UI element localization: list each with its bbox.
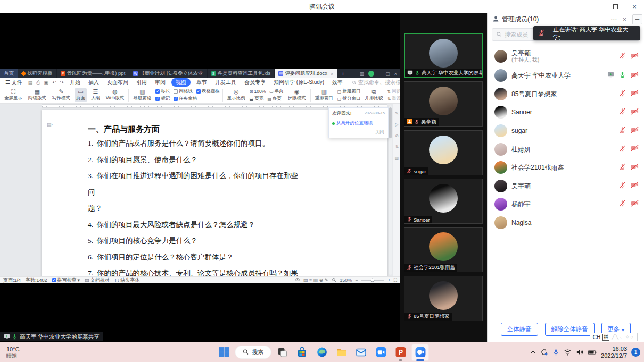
- mic-muted-icon[interactable]: [619, 89, 626, 99]
- camera-off-icon[interactable]: [631, 89, 639, 99]
- zoom-slider[interactable]: [361, 280, 384, 281]
- camera-off-icon[interactable]: [631, 52, 639, 62]
- checkbox-4[interactable]: ✓标记: [155, 96, 170, 102]
- menu-4[interactable]: 引用: [134, 79, 149, 86]
- wps-tab-3[interactable]: P景以匠为贵——..申报) ppt: [57, 69, 130, 78]
- menu-3[interactable]: 页面布局: [105, 79, 130, 86]
- sync-update-icon[interactable]: [540, 348, 548, 356]
- scrollbar-thumb[interactable]: [389, 107, 392, 138]
- new-window-button[interactable]: ▢新建窗口: [337, 88, 361, 95]
- camera-off-icon[interactable]: [631, 107, 639, 117]
- mail-taskbar-icon[interactable]: [353, 344, 370, 361]
- tab-close-icon[interactable]: ×: [331, 71, 333, 77]
- volume-icon[interactable]: [576, 348, 584, 356]
- ime-pinyin-icon[interactable]: 拼: [602, 334, 609, 341]
- word-count[interactable]: 字数:1402: [26, 277, 47, 284]
- camera-off-icon[interactable]: [631, 144, 639, 154]
- tencent-meeting-taskbar-icon[interactable]: [412, 344, 429, 361]
- side-by-side-button[interactable]: ⧉并排比较: [363, 88, 384, 102]
- member-row[interactable]: 杜婧妍: [488, 140, 644, 158]
- menu-6[interactable]: 视图: [171, 78, 191, 87]
- menu-1[interactable]: 开始: [68, 79, 82, 86]
- view-mode-6[interactable]: ◍Web版式: [104, 88, 126, 102]
- missing-fonts[interactable]: T↓缺失字体: [114, 277, 140, 284]
- zoom-icon[interactable]: [332, 277, 336, 283]
- weather-widget[interactable]: 10°C 晴朗: [6, 346, 20, 359]
- command-search[interactable]: 查找命令、搜索模板: [352, 79, 406, 86]
- print-icon[interactable]: ⎙: [36, 80, 40, 86]
- split-window-button[interactable]: ▢拆分窗口: [337, 96, 361, 102]
- member-row[interactable]: 吴亭颖(主持人, 我): [488, 46, 644, 66]
- camera-off-icon[interactable]: [631, 163, 639, 173]
- member-row[interactable]: 高天宇 华中农业大学: [488, 66, 644, 85]
- doc-side-tool-5-icon[interactable]: ▥: [395, 156, 399, 161]
- wps-minimize-icon[interactable]: –: [378, 71, 381, 77]
- close-button[interactable]: ×: [625, 0, 644, 13]
- wps-account-avatar[interactable]: [368, 71, 374, 77]
- mute-all-button[interactable]: 全体静音: [501, 323, 538, 336]
- camera-off-icon[interactable]: [631, 126, 639, 136]
- camera-off-icon[interactable]: [631, 71, 639, 81]
- wps-tab-2[interactable]: 找稻壳模板: [18, 69, 57, 78]
- minimize-button[interactable]: –: [587, 0, 606, 13]
- member-row[interactable]: 社会学2101张雨鑫: [488, 158, 644, 177]
- taskbar-search[interactable]: 搜索: [235, 346, 271, 359]
- save-icon[interactable]: ▤: [28, 80, 33, 85]
- zoom-taskbar-icon[interactable]: [373, 344, 390, 361]
- view-mode-2[interactable]: ▦阅读版式: [27, 88, 48, 102]
- wps-tab-6[interactable]: W评委问题应对.docx×: [275, 69, 337, 78]
- menu-2[interactable]: 插入: [86, 79, 101, 86]
- mic-muted-icon[interactable]: [619, 52, 626, 61]
- nav-pane-button[interactable]: ▥导航窗格: [131, 88, 153, 102]
- hidden-icons-chevron[interactable]: [530, 349, 536, 355]
- checkbox-1[interactable]: ✓标尺: [155, 88, 170, 95]
- menu-5[interactable]: 审阅: [153, 79, 168, 86]
- zoom-button-2[interactable]: ▭单页: [269, 88, 284, 95]
- checkbox-3[interactable]: ✓表格虚框: [196, 88, 220, 95]
- checkbox-5[interactable]: ✓任务窗格: [174, 96, 197, 102]
- doc-side-tool-4-icon[interactable]: ⇅: [395, 145, 399, 149]
- wifi-icon[interactable]: [564, 348, 572, 356]
- view-mode-3[interactable]: ✎写作模式: [51, 88, 72, 102]
- mic-on-icon[interactable]: [619, 71, 626, 80]
- wps-tab-1[interactable]: 首页: [0, 69, 18, 78]
- wps-layout-icon[interactable]: ▥: [360, 71, 365, 77]
- member-row[interactable]: 杨静宇: [488, 195, 644, 214]
- camera-off-icon[interactable]: [631, 199, 639, 209]
- ime-language[interactable]: CH: [593, 334, 600, 340]
- powerpoint-taskbar-icon[interactable]: P: [392, 344, 409, 361]
- resume-position-link[interactable]: 从离开的位置继续: [332, 120, 385, 127]
- zoom-button-1[interactable]: ⊡100%: [250, 88, 266, 95]
- mic-muted-icon[interactable]: [619, 199, 626, 209]
- view-mode-4[interactable]: ▭页面: [75, 88, 87, 102]
- outline-handle-icon[interactable]: ▤·: [47, 122, 53, 127]
- eye-protect-button[interactable]: ◉护眼模式: [286, 88, 308, 102]
- checkbox-2[interactable]: 网格线: [174, 88, 193, 95]
- explorer-taskbar-icon[interactable]: [333, 344, 350, 361]
- zoom-button-3[interactable]: ⬓页宽: [250, 96, 264, 102]
- document-scrollbar[interactable]: [389, 105, 392, 275]
- mic-muted-icon[interactable]: [619, 145, 626, 154]
- document-proof[interactable]: ▤文档校对: [85, 277, 110, 284]
- eye-protect-icon[interactable]: [295, 277, 300, 283]
- wps-restore-icon[interactable]: ▢: [385, 71, 390, 77]
- battery-icon[interactable]: [588, 349, 597, 356]
- wps-tab-4[interactable]: W【商业计划书..蚕桑立体农业: [129, 69, 207, 78]
- menu-10[interactable]: 知网研学 (原E-Study): [271, 79, 326, 86]
- welcome-close-link[interactable]: 关闭: [375, 129, 384, 136]
- screen-share-icon[interactable]: [607, 71, 614, 80]
- microphone-in-use-icon[interactable]: [552, 349, 559, 356]
- mic-muted-icon[interactable]: [619, 126, 626, 136]
- doc-side-tool-3-icon[interactable]: ⊘: [395, 133, 399, 138]
- video-tile-1[interactable]: 高天宇 华中农业大学的屏幕...: [404, 33, 483, 78]
- mic-muted-icon[interactable]: [619, 181, 626, 191]
- panel-menu-button[interactable]: ☰: [632, 14, 642, 24]
- maximize-button[interactable]: [606, 0, 625, 13]
- mic-muted-icon[interactable]: [619, 107, 626, 117]
- task-view-taskbar-icon[interactable]: [274, 344, 291, 361]
- rearrange-windows-button[interactable]: ▥重排窗口: [313, 88, 335, 102]
- file-menu[interactable]: ☰ 文件: [3, 79, 24, 86]
- zoom-slider-knob[interactable]: [371, 279, 375, 282]
- taskbar-clock[interactable]: 16:032022/12/7: [601, 346, 627, 359]
- zoom-ratio-button[interactable]: ◎显示比例: [226, 88, 247, 102]
